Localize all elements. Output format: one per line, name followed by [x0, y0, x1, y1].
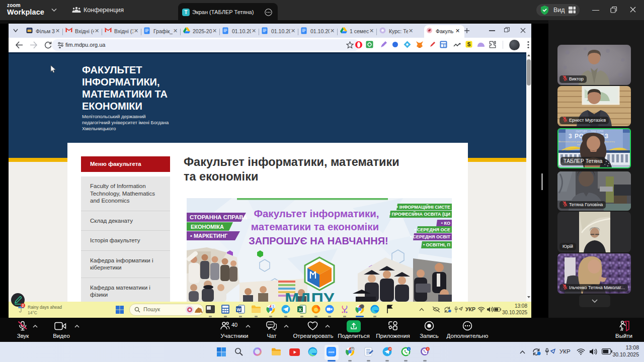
svg-text:Факультет інформатики,: Факультет інформатики,	[254, 208, 379, 219]
svg-text:M: M	[351, 348, 354, 351]
svg-text:zoom: zoom	[329, 351, 335, 353]
svg-text:1: 1	[408, 347, 410, 350]
svg-text:МДПУ: МДПУ	[285, 289, 335, 302]
svg-text:1: 1	[272, 305, 274, 308]
svg-text:• ОСВІТНІ, П: • ОСВІТНІ, П	[423, 242, 450, 247]
svg-text:• СЕРЕДНЯ ОСЕ: • СЕРЕДНЯ ОСЕ	[414, 227, 450, 232]
svg-text:W: W	[236, 307, 241, 312]
svg-text:• СЕРЕДНЯ ОСВІТ: • СЕРЕДНЯ ОСВІТ	[410, 234, 451, 239]
svg-text:математики та економіки: математики та економіки	[251, 221, 379, 232]
svg-text:• МАРКЕТИНГ: • МАРКЕТИНГ	[190, 233, 228, 239]
svg-text:S: S	[467, 42, 471, 47]
svg-text:• КО: • КО	[441, 221, 450, 226]
svg-text:• ПРОФЕСІЙНА ОСВІТА (ЦИ: • ПРОФЕСІЙНА ОСВІТА (ЦИ	[389, 211, 450, 217]
svg-text:ЗАПРОШУЄ НА НАВЧАННЯ!: ЗАПРОШУЄ НА НАВЧАННЯ!	[249, 235, 388, 246]
svg-text:.08: .08	[388, 348, 392, 350]
svg-text:• ІНФОРМАЦІЙНІ СИСТЕ: • ІНФОРМАЦІЙНІ СИСТЕ	[396, 204, 450, 210]
svg-text:ЕКОНОМІКА: ЕКОНОМІКА	[191, 224, 224, 230]
svg-text:СТОРАННА СПРАВА: СТОРАННА СПРАВА	[190, 214, 247, 220]
svg-text:X: X	[298, 307, 301, 312]
svg-text:3: 3	[427, 347, 428, 350]
